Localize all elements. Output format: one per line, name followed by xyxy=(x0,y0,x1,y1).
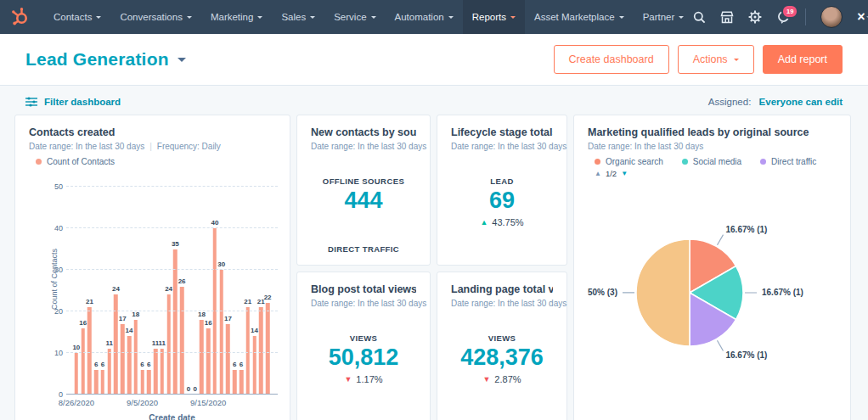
metric-label: OFFLINE SOURCES xyxy=(297,176,430,186)
pie-leader-line xyxy=(717,340,723,350)
bar[interactable] xyxy=(134,320,138,395)
nav-item-asset-marketplace[interactable]: Asset Marketplace xyxy=(525,0,634,34)
nav-item-automation[interactable]: Automation xyxy=(386,0,463,34)
bar[interactable] xyxy=(226,324,230,395)
marketplace-icon[interactable] xyxy=(720,11,734,24)
card-blog-post-total-views: Blog post total views a... Date range: I… xyxy=(296,272,431,420)
nav-item-partner[interactable]: Partner xyxy=(634,0,694,34)
trend-indicator: ▲ 43.75% xyxy=(437,217,566,227)
add-report-button[interactable]: Add report xyxy=(763,45,843,74)
card-lifecycle-stage-totals: Lifecycle stage totals Date range: In th… xyxy=(437,115,567,266)
bar-slot: 6 xyxy=(231,187,238,395)
pie-svg xyxy=(574,115,825,404)
bar[interactable] xyxy=(140,370,144,395)
bar[interactable] xyxy=(246,307,251,395)
bar[interactable] xyxy=(252,336,256,395)
user-avatar[interactable] xyxy=(820,6,843,28)
bars: 1016216611241714186611112435260018164030… xyxy=(73,187,271,395)
bar[interactable] xyxy=(233,370,237,395)
bar-slot: 40 xyxy=(211,187,218,395)
bar-slot: 21 xyxy=(257,187,264,395)
assigned-status: Assigned: Everyone can edit xyxy=(708,97,843,107)
legend-item: Count of Contacts xyxy=(36,157,115,166)
metric-label: VIEWS xyxy=(437,333,566,343)
assigned-value-link[interactable]: Everyone can edit xyxy=(759,97,843,107)
nav-item-label: Conversations xyxy=(120,12,183,22)
bar[interactable] xyxy=(121,324,125,395)
bar-value-label: 6 xyxy=(233,361,236,368)
nav-item-marketing[interactable]: Marketing xyxy=(201,0,273,34)
hubspot-logo[interactable] xyxy=(0,0,44,34)
account-close-control[interactable]: × xyxy=(857,9,868,25)
trend-down-icon: ▼ xyxy=(482,375,490,384)
card-contacts-created: Contacts created Date range: In the last… xyxy=(14,115,290,420)
nav-utilities: 19 × xyxy=(693,0,868,34)
chevron-down-icon xyxy=(734,59,739,64)
bar[interactable] xyxy=(107,349,111,395)
bar[interactable] xyxy=(173,249,178,395)
bar-value-label: 0 xyxy=(193,385,196,393)
bar[interactable] xyxy=(200,320,204,395)
bar[interactable] xyxy=(259,307,263,395)
search-icon[interactable] xyxy=(693,11,706,24)
y-axis-tick: 50 xyxy=(42,182,63,191)
nav-item-label: Partner xyxy=(643,12,675,22)
bar[interactable] xyxy=(87,307,92,395)
bar[interactable] xyxy=(180,287,184,395)
bar-slot: 6 xyxy=(93,187,99,395)
settings-gear-icon[interactable] xyxy=(748,10,762,24)
create-dashboard-button[interactable]: Create dashboard xyxy=(554,45,669,74)
nav-item-contacts[interactable]: Contacts xyxy=(44,0,110,34)
nav-divider xyxy=(805,8,806,25)
chevron-down-icon xyxy=(371,16,376,21)
bar-slot: 16 xyxy=(205,187,211,395)
metric-value: 69 xyxy=(437,188,566,214)
close-icon: × xyxy=(857,9,865,25)
card-title: Landing page total vie... xyxy=(451,283,553,295)
bar-slot: 24 xyxy=(113,187,120,395)
bar[interactable] xyxy=(101,370,105,395)
metric-value: 428,376 xyxy=(437,344,566,371)
gridline xyxy=(66,269,278,270)
bar[interactable] xyxy=(240,370,244,395)
card-title: Lifecycle stage totals xyxy=(451,126,553,138)
bar-slot: 22 xyxy=(264,187,271,395)
metric-value: 50,812 xyxy=(297,344,430,371)
filter-dashboard-button[interactable]: Filter dashboard xyxy=(25,97,121,107)
filter-icon xyxy=(25,97,37,107)
bar[interactable] xyxy=(127,336,132,395)
bar-value-label: 22 xyxy=(264,294,272,301)
nav-item-sales[interactable]: Sales xyxy=(272,0,324,34)
bar[interactable] xyxy=(219,270,223,395)
bar[interactable] xyxy=(75,353,79,395)
bar-slot: 0 xyxy=(192,187,199,395)
bar[interactable] xyxy=(81,328,85,395)
nav-item-reports[interactable]: Reports xyxy=(463,0,525,34)
filter-bar: Filter dashboard Assigned: Everyone can … xyxy=(0,86,868,115)
actions-button[interactable]: Actions xyxy=(678,45,754,74)
pie-slice[interactable] xyxy=(636,239,690,346)
bar[interactable] xyxy=(147,370,151,395)
bar[interactable] xyxy=(154,349,158,395)
bar-slot: 14 xyxy=(126,187,132,395)
bar[interactable] xyxy=(161,349,165,395)
notifications-bell-icon[interactable]: 19 xyxy=(776,10,791,25)
nav-item-conversations[interactable]: Conversations xyxy=(110,0,201,34)
trend-down-icon: ▼ xyxy=(344,375,352,384)
y-axis-tick: 10 xyxy=(42,349,63,357)
bar[interactable] xyxy=(266,303,270,395)
bar-value-label: 6 xyxy=(147,361,150,368)
chevron-down-icon xyxy=(619,16,624,21)
bar[interactable] xyxy=(213,228,217,395)
card-new-contacts-by-source: New contacts by source Date range: In th… xyxy=(296,115,431,266)
bar-slot: 35 xyxy=(172,187,178,395)
trend-indicator: ▼ 2.87% xyxy=(437,374,566,384)
x-axis-tick: 8/26/2020 xyxy=(59,398,94,407)
bar[interactable] xyxy=(94,370,99,395)
x-axis-tick: 9/15/2020 xyxy=(190,398,226,407)
nav-item-label: Marketing xyxy=(211,12,254,22)
nav-item-service[interactable]: Service xyxy=(324,0,385,34)
dashboard-title-dropdown[interactable]: Lead Generation xyxy=(25,49,186,70)
bar[interactable] xyxy=(206,328,211,395)
legend-dot-icon xyxy=(36,159,42,165)
